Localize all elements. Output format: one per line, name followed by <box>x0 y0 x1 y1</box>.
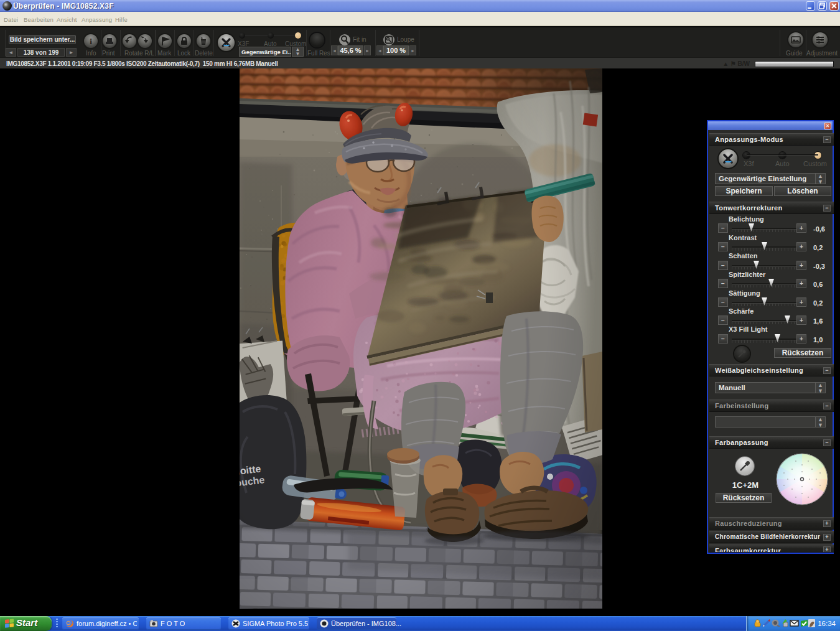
svg-text:i: i <box>90 37 92 46</box>
